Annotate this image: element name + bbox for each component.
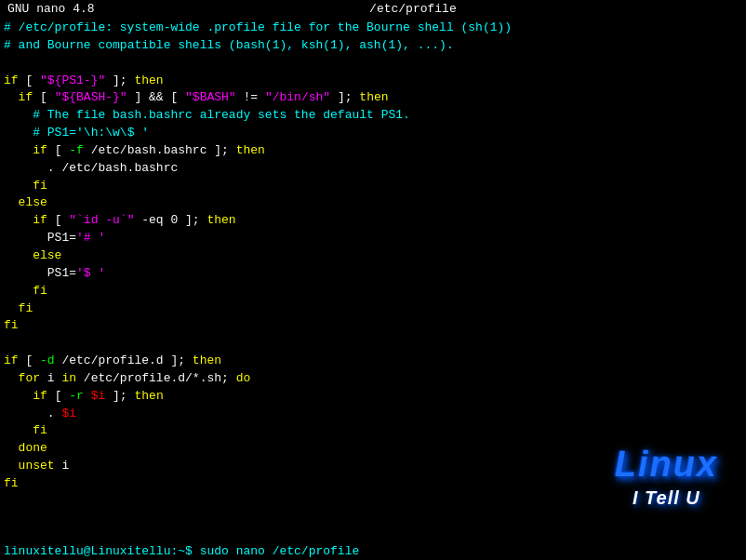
line-11: else — [4, 194, 742, 212]
line-21: for i in /etc/profile.d/*.sh; do — [4, 370, 742, 388]
line-20: if [ -d /etc/profile.d ]; then — [4, 353, 742, 370]
shell-prompt: linuxitellu@Linuxitellu:~$ sudo nano /et… — [4, 544, 359, 558]
line-6: # The file bash.bashrc already sets the … — [4, 107, 742, 125]
editor-area: # /etc/profile: system-wide .profile fil… — [0, 18, 746, 495]
line-14: else — [4, 247, 742, 265]
line-23: . $i — [4, 406, 742, 423]
line-9: . /etc/bash.bashrc — [4, 160, 742, 178]
line-12: if [ "`id -u`" -eq 0 ]; then — [4, 212, 742, 230]
line-13: PS1='# ' — [4, 230, 742, 247]
line-15: PS1='$ ' — [4, 265, 742, 283]
app-name: GNU nano 4.8 — [7, 2, 95, 16]
file-path: /etc/profile — [369, 2, 457, 16]
terminal-window: GNU nano 4.8 /etc/profile # /etc/profile… — [0, 0, 746, 560]
line-8: if [ -f /etc/bash.bashrc ]; then — [4, 142, 742, 160]
bottom-bar: linuxitellu@Linuxitellu:~$ sudo nano /et… — [0, 542, 746, 560]
line-5: if [ "${BASH-}" ] && [ "$BASH" != "/bin/… — [4, 89, 742, 107]
logo-line2: I Tell U — [615, 487, 718, 509]
line-1: # /etc/profile: system-wide .profile fil… — [4, 20, 742, 37]
line-24: fi — [4, 422, 742, 440]
line-4: if [ "${PS1-}" ]; then — [4, 73, 742, 90]
line-18: fi — [4, 317, 742, 335]
linux-logo: Linux I Tell U — [615, 444, 718, 509]
line-7: # PS1='\h:\w\$ ' — [4, 125, 742, 142]
logo-line1: Linux — [615, 444, 718, 487]
line-19 — [4, 335, 742, 353]
line-3 — [4, 55, 742, 73]
line-17: fi — [4, 300, 742, 318]
line-16: fi — [4, 283, 742, 300]
line-22: if [ -r $i ]; then — [4, 388, 742, 406]
top-bar: GNU nano 4.8 /etc/profile — [0, 0, 746, 18]
line-10: fi — [4, 178, 742, 195]
line-2: # and Bourne compatible shells (bash(1),… — [4, 37, 742, 55]
top-right — [731, 2, 739, 16]
